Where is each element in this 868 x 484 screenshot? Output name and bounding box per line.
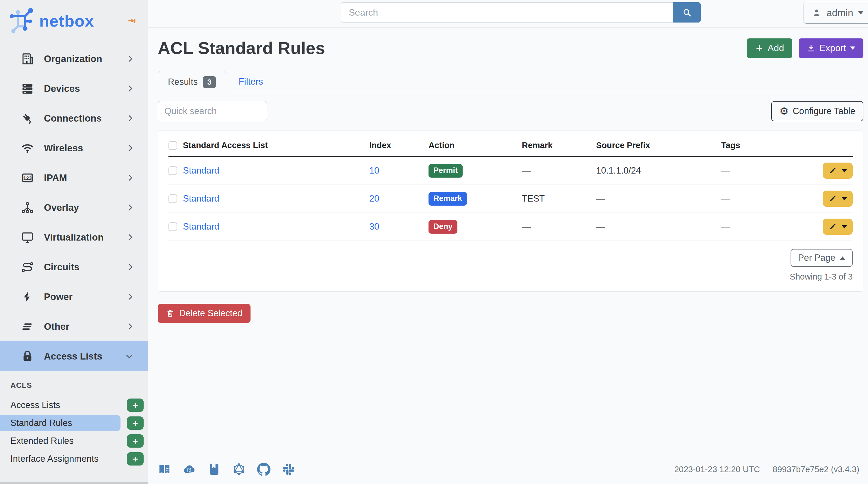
cell-index: 20 (369, 188, 429, 209)
caret-down-icon[interactable] (842, 197, 847, 200)
netbox-logo-icon[interactable] (10, 8, 35, 33)
page-content: ACL Standard Rules Add Export (148, 38, 868, 323)
showing-count: Showing 1-3 of 3 (790, 272, 853, 282)
chevron-right-icon (126, 294, 132, 300)
brand-wordmark[interactable]: netbox (39, 11, 94, 30)
chevron-right-icon (126, 56, 132, 62)
svg-text:123: 123 (23, 175, 32, 181)
rule-index-link[interactable]: 10 (369, 165, 379, 175)
cell-remark: TEST (522, 188, 596, 209)
docs-link[interactable] (158, 463, 171, 476)
tab-results[interactable]: Results 3 (158, 71, 226, 93)
row-checkbox[interactable] (168, 166, 177, 175)
delete-selected-button[interactable]: Delete Selected (158, 304, 250, 323)
wifi-icon (21, 141, 34, 155)
tab-filters[interactable]: Filters (226, 71, 276, 93)
sidebar-item-label: IPAM (44, 172, 67, 183)
add-interface-assignment-button[interactable]: + (127, 452, 144, 465)
add-standard-rule-button[interactable]: + (127, 416, 144, 430)
cell-action: Remark (429, 186, 522, 212)
caret-up-icon (840, 256, 845, 260)
add-access-list-button[interactable]: + (127, 398, 144, 412)
sidebar-item-power[interactable]: Power (0, 282, 148, 312)
github-link[interactable] (257, 463, 271, 476)
source-link[interactable] (208, 463, 221, 476)
subnav-item-interface-assignments[interactable]: Interface Assignments (0, 451, 121, 467)
column-header-tags[interactable]: Tags (721, 135, 817, 156)
user-icon (811, 7, 822, 18)
quick-search-input[interactable] (158, 101, 267, 121)
cell-index: 10 (369, 160, 429, 182)
configure-table-button[interactable]: ⚙ Configure Table (771, 101, 863, 121)
network-tree-icon (21, 201, 34, 214)
lightning-icon (21, 290, 34, 303)
global-search-input[interactable] (341, 2, 673, 23)
add-extended-rule-button[interactable]: + (127, 434, 144, 448)
column-header-source-prefix[interactable]: Source Prefix (596, 135, 721, 156)
sidebar-item-connections[interactable]: Connections (0, 103, 148, 133)
global-search-button[interactable] (673, 2, 701, 23)
rules-table: Standard Access List Index Action Remark… (168, 135, 853, 241)
add-button[interactable]: Add (747, 38, 792, 58)
sidebar-item-organization[interactable]: Organization (0, 44, 148, 74)
edit-rule-button[interactable] (823, 191, 853, 207)
per-page-button[interactable]: Per Page (790, 249, 853, 267)
row-checkbox[interactable] (168, 222, 177, 231)
sidebar-item-wireless[interactable]: Wireless (0, 133, 148, 163)
lines-icon (21, 320, 34, 333)
cell-source-prefix: — (596, 188, 721, 209)
access-list-link[interactable]: Standard (183, 193, 219, 203)
subnav-item-extended-rules[interactable]: Extended Rules (0, 433, 121, 449)
chevron-right-icon (126, 264, 132, 270)
row-checkbox[interactable] (168, 194, 177, 203)
export-button[interactable]: Export (799, 38, 863, 58)
pencil-icon (829, 167, 837, 175)
docs-book-icon (158, 463, 171, 476)
user-menu-button[interactable]: admin (804, 2, 868, 24)
cell-tags: — (721, 160, 817, 182)
title-actions: Add Export (747, 38, 863, 58)
topbar: admin (148, 0, 868, 28)
column-header-action[interactable]: Action (429, 135, 522, 156)
chevron-right-icon (126, 234, 132, 240)
edit-rule-button[interactable] (823, 219, 853, 235)
footer-timestamp: 2023-01-23 12:20 UTC (674, 465, 760, 474)
sidebar-item-ipam[interactable]: 123 IPAM (0, 163, 148, 193)
sidebar-item-devices[interactable]: Devices (0, 74, 148, 103)
sidebar-item-label: Connections (44, 113, 102, 124)
results-count-badge: 3 (203, 76, 216, 88)
column-header-remark[interactable]: Remark (522, 135, 596, 156)
sidebar-item-circuits[interactable]: Circuits (0, 252, 148, 282)
sidebar-item-access-lists[interactable]: Access Lists (0, 341, 148, 371)
chevron-down-icon (126, 352, 132, 358)
rule-index-link[interactable]: 20 (369, 193, 379, 203)
trash-icon (166, 309, 175, 318)
pin-sidebar-button[interactable] (126, 14, 139, 27)
slack-link[interactable] (282, 463, 295, 476)
caret-down-icon[interactable] (842, 169, 847, 172)
pencil-icon (829, 195, 837, 203)
add-button-label: Add (768, 43, 784, 54)
cell-action: Deny (429, 214, 522, 239)
api-link[interactable]: {;} (183, 463, 196, 476)
subnav-item-standard-rules[interactable]: Standard Rules (0, 415, 121, 431)
sidebar-item-virtualization[interactable]: Virtualization (0, 222, 148, 252)
column-header-index[interactable]: Index (369, 135, 429, 156)
gear-icon: ⚙ (779, 106, 788, 117)
subnav-item-access-lists[interactable]: Access Lists (0, 397, 121, 413)
row-divider (168, 185, 853, 185)
column-header-standard-access-list[interactable]: Standard Access List (183, 135, 369, 156)
caret-down-icon[interactable] (842, 225, 847, 228)
sidebar-item-label: Wireless (44, 143, 83, 154)
select-all-checkbox[interactable] (168, 141, 177, 150)
rule-index-link[interactable]: 30 (369, 222, 379, 232)
subnav-row-standard-rules: Standard Rules + (0, 414, 148, 432)
graphql-link[interactable] (232, 463, 246, 476)
sidebar-item-label: Overlay (44, 202, 79, 213)
pencil-icon (829, 223, 837, 231)
edit-rule-button[interactable] (823, 163, 853, 179)
sidebar-item-other[interactable]: Other (0, 312, 148, 341)
sidebar-item-overlay[interactable]: Overlay (0, 193, 148, 222)
access-list-link[interactable]: Standard (183, 165, 219, 175)
access-list-link[interactable]: Standard (183, 222, 219, 232)
